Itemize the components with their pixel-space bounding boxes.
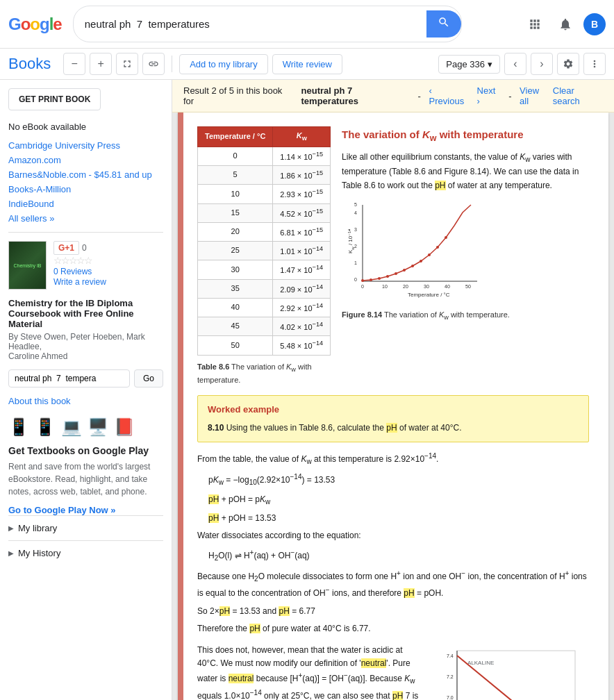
zoom-in-button[interactable]: + (90, 53, 112, 75)
retailer-bn[interactable]: Barnes&Noble.com - $45.81 and up (8, 169, 163, 180)
ebook-icon: 📕 (114, 417, 135, 437)
library-chevron: ▶ (8, 524, 14, 532)
toolbar: Books − + Add to my library Write review… (0, 49, 614, 80)
device-icons: 📱 📱 💻 🖥️ 📕 (8, 417, 163, 437)
search-in-book-go-button[interactable]: Go (134, 369, 163, 388)
search-input[interactable] (85, 18, 426, 30)
gplus-area: G+1 0 (53, 241, 106, 255)
svg-text:7.4: 7.4 (447, 653, 454, 658)
logo-e: e (53, 15, 61, 34)
table-row: 505.48 × 10−14 (198, 336, 331, 355)
table-row: 51.86 × 10−15 (198, 166, 331, 185)
table-row: 154.52 × 10−15 (198, 203, 331, 222)
table-row: 402.92 × 10−14 (198, 298, 331, 317)
search-banner: Result 2 of 5 in this book for neutral p… (172, 80, 614, 112)
svg-point-15 (361, 279, 364, 282)
bottom-text-area: This does not, however, mean that the wa… (197, 644, 425, 700)
books-title[interactable]: Books (8, 55, 51, 73)
page-dropdown[interactable]: Page 336 ▾ (438, 55, 500, 74)
so-text: So 2×pH = 13.53 and pH = 6.77 (197, 605, 589, 618)
retailer-all[interactable]: All sellers » (8, 213, 163, 224)
equation-2: pH + pOH = pKw (208, 493, 589, 508)
next-page-button[interactable]: › (531, 53, 553, 75)
reviews-link[interactable]: 0 Reviews (53, 267, 92, 276)
svg-point-17 (378, 277, 381, 280)
my-library-label: My library (18, 523, 57, 533)
more-button[interactable] (583, 53, 606, 75)
sidebar-divider-1 (8, 232, 163, 233)
intro-paragraph: Like all other equilibrium constants, th… (342, 151, 589, 192)
get-print-book-button[interactable]: GET PRINT BOOK (8, 88, 101, 110)
user-avatar[interactable]: B (583, 13, 606, 35)
banner-sep1: - (418, 91, 421, 101)
search-button[interactable] (426, 10, 461, 38)
next-result-link[interactable]: Next › (477, 85, 501, 106)
svg-text:ALKALINE: ALKALINE (467, 660, 494, 666)
link-button[interactable] (142, 53, 165, 75)
settings-button[interactable] (557, 53, 579, 75)
worked-example-box: Worked example 8.10 Using the values in … (197, 395, 589, 442)
svg-text:Kw / 10⁻¹⁴: Kw / 10⁻¹⁴ (347, 229, 355, 253)
search-bar (73, 6, 462, 42)
equation-1: pKw = −log10(2.92×10−14) = 13.53 (208, 472, 589, 488)
table-caption: Table 8.6 The variation of Kw withtemper… (197, 361, 331, 387)
svg-rect-27 (457, 651, 575, 700)
right-text-area: The variation of Kw with temperature Lik… (342, 126, 589, 387)
about-book-link[interactable]: About this book (8, 396, 163, 406)
figure-8-15-area: pH 0 10 25 40 50 6.5 6.6 6.8 7.0 (436, 644, 589, 700)
figure-8-15-chart: pH 0 10 25 40 50 6.5 6.6 6.8 7.0 (436, 644, 589, 700)
svg-text:0: 0 (361, 284, 364, 289)
one-mol-text: Because one H2O molecule dissociates to … (197, 568, 589, 601)
col-temp: Temperature / °C (198, 127, 273, 147)
col-kw: Kw (273, 127, 331, 147)
retailer-indie[interactable]: IndieBound (8, 199, 163, 209)
solution-text: From the table, the value of Kw at this … (197, 451, 589, 467)
svg-text:3: 3 (354, 227, 357, 232)
svg-point-24 (436, 246, 439, 249)
svg-point-20 (403, 269, 406, 272)
figure-8-14-caption: Figure 8.14 The variation of Kw with tem… (342, 309, 589, 323)
svg-point-22 (420, 260, 422, 262)
gplus-count: 0 (82, 243, 87, 253)
worked-example-title: Worked example (208, 403, 579, 417)
table-row: 102.93 × 10−15 (198, 185, 331, 203)
history-chevron: ▶ (8, 549, 14, 557)
tablet-icon: 📱 (35, 417, 56, 437)
book-cover-area: Chemistry IB G+1 0 ☆☆☆☆☆ 0 Reviews Write… (8, 241, 163, 290)
table-body: 01.14 × 10−15 51.86 × 10−15 102.93 × 10−… (198, 147, 331, 355)
add-to-library-button[interactable]: Add to my library (179, 54, 268, 74)
book-cover-image: Chemistry IB (8, 241, 47, 290)
notifications-icon-button[interactable] (553, 12, 578, 37)
retailer-bam[interactable]: Books-A-Million (8, 184, 163, 194)
table-row: 251.01 × 10−14 (198, 242, 331, 260)
svg-text:4: 4 (354, 210, 357, 215)
prev-result-link[interactable]: ‹ Previous (429, 85, 469, 106)
logo-g2: g (40, 15, 49, 34)
retailer-amazon[interactable]: Amazon.com (8, 155, 163, 165)
figure-8-14: Kw / 10⁻¹⁴ 0 10 20 30 40 50 0 1 (342, 198, 589, 306)
no-ebook-text: No eBook available (8, 122, 163, 132)
write-review-link[interactable]: Write a review (53, 277, 106, 287)
google-play-link[interactable]: Go to Google Play Now » (8, 505, 116, 515)
svg-text:0: 0 (354, 277, 357, 282)
my-history-section[interactable]: ▶ My History (8, 540, 163, 565)
google-logo[interactable]: Google (8, 15, 62, 34)
banner-sep2: - (508, 91, 511, 101)
svg-point-21 (411, 265, 414, 267)
gplus-button[interactable]: G+1 (53, 241, 79, 255)
apps-icon-button[interactable] (522, 12, 547, 37)
svg-text:40: 40 (445, 284, 450, 289)
logo-o1: o (21, 15, 31, 34)
zoom-out-button[interactable]: − (63, 53, 85, 75)
prev-page-button[interactable]: ‹ (504, 53, 526, 75)
retailer-cambridge[interactable]: Cambridge University Press (8, 140, 163, 151)
view-all-link[interactable]: View all (520, 85, 550, 106)
fullscreen-button[interactable] (116, 53, 138, 75)
search-in-book-input[interactable] (8, 369, 130, 388)
top-content-row: Temperature / °C Kw 01.14 × 10−15 51.86 … (197, 126, 589, 387)
my-library-section[interactable]: ▶ My library (8, 515, 163, 540)
laptop-icon: 💻 (61, 417, 82, 437)
write-review-button[interactable]: Write review (272, 54, 342, 74)
book-authors: By Steve Owen, Peter Hoeben, Mark Headle… (8, 332, 163, 361)
clear-search-link[interactable]: Clear search (553, 85, 603, 106)
